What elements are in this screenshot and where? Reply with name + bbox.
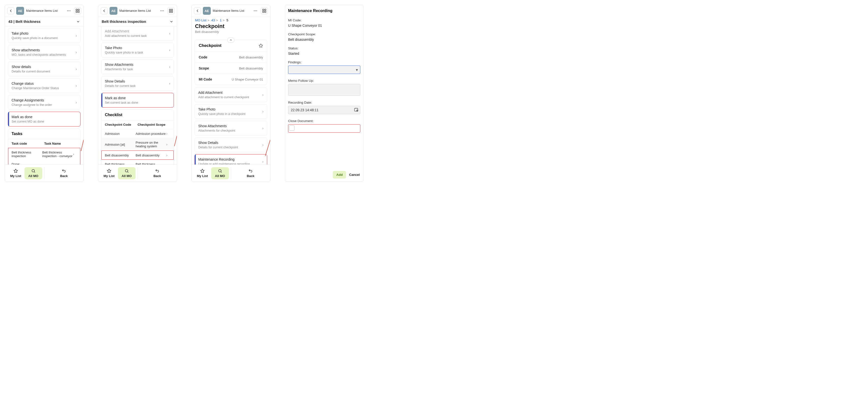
svg-marker-29 [259,44,263,47]
svg-rect-3 [76,9,77,10]
checklist-row[interactable]: Admission Admission procedure › [101,129,174,138]
svg-rect-16 [172,11,173,12]
tasks-body-highlight: Belt thickness inspection Belt thickness… [8,148,80,164]
nav-back[interactable]: Back [140,167,175,179]
chevron-right-icon: › [169,65,170,69]
action-add-attachment[interactable]: Add AttachmentAdd attachment to current … [194,88,267,102]
action-change-assignments[interactable]: Change AssignmentsChange assignee to the… [8,95,81,110]
chevron-down-icon [169,20,174,24]
nav-back[interactable]: Back [46,167,82,179]
svg-point-22 [254,10,254,11]
section-title: Belt thickness inspection [102,20,146,24]
chevron-down-icon [76,20,80,24]
more-button[interactable] [159,7,165,14]
breadcrumb-link[interactable]: 1 [220,19,222,22]
svg-point-23 [255,10,256,11]
svg-point-31 [219,169,221,172]
svg-point-8 [32,169,35,172]
chevron-right-icon: › [262,93,264,97]
task-row[interactable]: Belt thickness inspection Belt thickness… [8,148,80,160]
more-button[interactable] [252,7,259,14]
content-scroll[interactable]: Take photoQuickly save photo in a docume… [5,26,84,164]
chevron-right-icon: › [166,153,170,157]
chevron-right-icon: › [166,132,170,135]
nav-mylist[interactable]: My List [7,167,25,179]
breadcrumb: MO List> 43> 1> 5 [192,17,270,23]
grid-button[interactable] [261,7,268,14]
action-maintenance-recording[interactable]: Maintenance RecordingUpdate or add maint… [194,154,267,164]
grid-button[interactable] [167,7,175,14]
kv-scope: ScopeBelt disassembly [195,63,267,74]
page-title: Checkpoint [192,23,270,29]
chevron-right-icon: › [262,109,264,114]
svg-line-20 [127,172,128,172]
add-button[interactable]: Add [333,171,346,179]
collapse-toggle[interactable] [227,37,234,43]
back-button[interactable] [194,7,201,14]
breadcrumb-link[interactable]: 43 [211,19,215,22]
action-mark-as-done[interactable]: Mark as doneSet current MO as done [8,112,81,126]
bottom-bar: My List All MO Back [192,164,270,182]
checklist-row[interactable]: Belt thickness Straight Conveyors Belt t… [101,160,174,164]
action-show-details[interactable]: Show DetailsDetails for current checkpoi… [194,137,267,152]
value-status: Started [288,52,360,56]
section-header[interactable]: 43 | Belt thickness [5,17,84,26]
back-button[interactable] [7,7,14,14]
back-button[interactable] [101,7,107,14]
section-header[interactable]: Belt thickness inspection [98,17,177,26]
task-done-row: Done: No [8,160,80,164]
content-scroll[interactable]: Add AttachmentAdd attachment to current … [98,26,177,164]
bottom-bar: My List All MO Back [5,164,84,182]
svg-line-9 [34,172,35,172]
star-list-icon [13,169,18,173]
chevron-left-icon [9,9,13,13]
chevron-up-icon [229,38,232,42]
action-take-photo[interactable]: Take PhotoQuickly save photo in a checkp… [194,104,267,119]
topbar-title: Maintenance Items List [26,9,63,12]
label-mi-code: MI Code: [288,19,360,22]
action-show-attachments[interactable]: Show AttachmentsAttachments for task › [101,59,174,74]
action-show-attachments[interactable]: Show attachmentsMO, tasks and checkpoint… [8,45,81,60]
memo-textarea[interactable] [288,84,360,96]
chevron-right-icon: › [76,84,77,88]
checklist-card: Checklist Checkpoint Code Checkpoint Sco… [101,109,174,164]
content-scroll[interactable]: Checkpoint CodeBelt disassembly ScopeBel… [192,36,270,164]
nav-back[interactable]: Back [233,167,269,179]
calendar-icon[interactable] [354,107,358,113]
grid-icon [169,9,173,13]
nav-mylist[interactable]: My List [100,167,118,179]
action-take-photo[interactable]: Take PhotoQuickly save photo in a task › [101,43,174,58]
close-document-checkbox[interactable] [289,125,294,131]
ellipsis-icon [253,9,258,13]
chevron-right-icon: › [169,31,170,35]
svg-rect-5 [78,11,79,12]
star-icon[interactable] [259,43,263,48]
more-button[interactable] [65,7,72,14]
findings-select-wrap: ▾ [288,66,360,74]
grid-button[interactable] [74,7,81,14]
nav-allmo[interactable]: All MO [211,167,229,179]
action-take-photo[interactable]: Take photoQuickly save photo in a docume… [8,28,81,43]
action-show-attachments[interactable]: Show AttachmentsAttachments for checkpoi… [194,121,267,135]
checklist-row-belt-disassembly[interactable]: Belt disassembly Belt disassembly › [101,151,174,160]
nav-mylist[interactable]: My List [193,167,211,179]
cancel-button[interactable]: Cancel [349,173,360,177]
action-show-details[interactable]: Show detailsDetails for current document… [8,62,81,76]
action-add-attachment[interactable]: Add AttachmentAdd attachment to current … [101,26,174,41]
topbar-title: Maintenance Items List [213,9,250,12]
checklist-row[interactable]: Admission [at] Pressure on the heating s… [101,138,174,151]
nav-allmo[interactable]: All MO [25,167,42,179]
divider [231,167,231,179]
findings-select[interactable] [288,66,360,74]
action-change-status[interactable]: Change statusChange Maintenance Order St… [8,78,81,93]
action-mark-as-done[interactable]: Mark as doneSet current task as done [101,93,174,107]
app-badge: AE [110,7,117,15]
date-input[interactable] [288,106,360,114]
action-show-details[interactable]: Show DetailsDetails for current task › [101,76,174,91]
svg-line-32 [221,172,221,172]
breadcrumb-link[interactable]: MO List [195,19,207,22]
topbar: AE Maintenance Items List [5,5,84,17]
tasks-columns: Task code Task Name [8,139,80,148]
dialog-actions: Add Cancel [333,171,360,179]
nav-allmo[interactable]: All MO [118,167,135,179]
